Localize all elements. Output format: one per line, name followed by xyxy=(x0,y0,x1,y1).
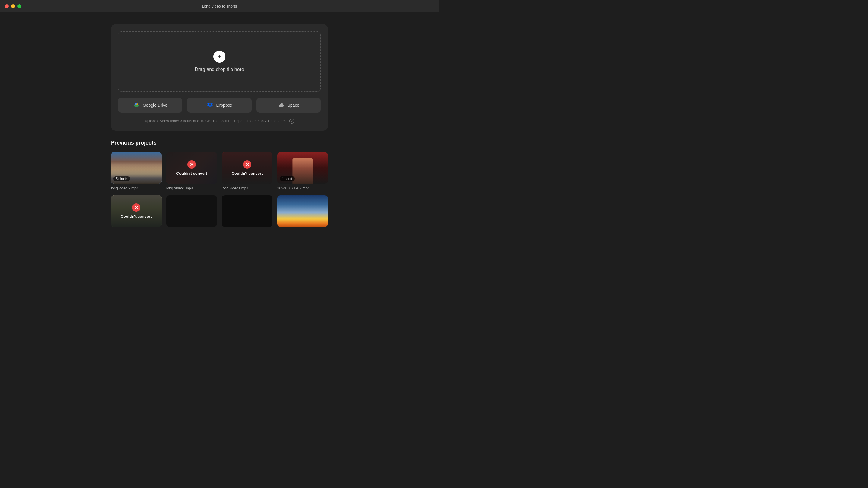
shorts-badge: 5 shorts xyxy=(113,176,130,181)
add-icon: + xyxy=(213,51,225,63)
shorts-badge: 1 short xyxy=(280,176,295,181)
error-text: Couldn't convert xyxy=(176,171,207,175)
projects-grid: 5 shorts long video 2.mp4 ✕ Couldn't con… xyxy=(111,152,328,229)
project-thumbnail xyxy=(166,195,217,227)
list-item[interactable]: ✕ Couldn't convert xyxy=(111,195,161,229)
window-title: Long video to shorts xyxy=(202,4,237,8)
help-icon[interactable]: ? xyxy=(289,119,294,124)
google-drive-icon xyxy=(133,102,140,108)
error-overlay: ✕ Couldn't convert xyxy=(222,152,273,184)
project-thumbnail: 1 short xyxy=(277,152,328,184)
list-item[interactable]: 5 shorts long video 2.mp4 xyxy=(111,152,161,190)
error-icon: ✕ xyxy=(243,160,251,169)
error-icon: ✕ xyxy=(132,203,141,212)
minimize-button[interactable] xyxy=(11,4,15,8)
space-icon xyxy=(278,102,284,108)
list-item[interactable]: 1 short 202405071702.mp4 xyxy=(277,152,328,190)
dropbox-button[interactable]: Dropbox xyxy=(187,98,251,113)
maximize-button[interactable] xyxy=(18,4,22,8)
upload-info: Upload a video under 3 hours and 10 GB. … xyxy=(145,119,294,124)
space-label: Space xyxy=(287,103,299,107)
project-filename: long video 2.mp4 xyxy=(111,186,161,190)
project-thumbnail xyxy=(277,195,328,227)
project-thumbnail: ✕ Couldn't convert xyxy=(166,152,217,184)
drop-text: Drag and drop file here xyxy=(195,67,244,72)
project-filename: long video1.mp4 xyxy=(222,186,273,190)
titlebar: Long video to shorts xyxy=(0,0,439,12)
list-item[interactable] xyxy=(166,195,217,229)
upload-container: + Drag and drop file here Google Drive xyxy=(111,24,328,131)
google-drive-button[interactable]: Google Drive xyxy=(118,98,182,113)
project-thumbnail: ✕ Couldn't convert xyxy=(222,152,273,184)
project-thumbnail: 5 shorts xyxy=(111,152,161,184)
list-item[interactable]: ✕ Couldn't convert long video1.mp4 xyxy=(166,152,217,190)
dropbox-label: Dropbox xyxy=(216,103,232,107)
main-content: + Drag and drop file here Google Drive xyxy=(0,12,439,241)
drop-zone[interactable]: + Drag and drop file here xyxy=(118,31,321,92)
projects-section: Previous projects 5 shorts long video 2.… xyxy=(111,140,328,229)
info-text-content: Upload a video under 3 hours and 10 GB. … xyxy=(145,119,287,123)
error-overlay: ✕ Couldn't convert xyxy=(111,195,161,227)
project-filename: 202405071702.mp4 xyxy=(277,186,328,190)
close-button[interactable] xyxy=(5,4,9,8)
project-thumbnail xyxy=(222,195,273,227)
space-button[interactable]: Space xyxy=(256,98,321,113)
error-overlay: ✕ Couldn't convert xyxy=(166,152,217,184)
source-buttons: Google Drive Dropbox xyxy=(118,98,321,113)
list-item[interactable] xyxy=(277,195,328,229)
traffic-lights xyxy=(5,4,22,8)
error-icon: ✕ xyxy=(187,160,196,169)
list-item[interactable] xyxy=(222,195,273,229)
dropbox-icon xyxy=(207,102,213,108)
project-thumbnail: ✕ Couldn't convert xyxy=(111,195,161,227)
google-drive-label: Google Drive xyxy=(143,103,167,107)
error-text: Couldn't convert xyxy=(121,214,152,219)
projects-title: Previous projects xyxy=(111,140,328,146)
list-item[interactable]: ✕ Couldn't convert long video1.mp4 xyxy=(222,152,273,190)
project-filename: long video1.mp4 xyxy=(166,186,217,190)
error-text: Couldn't convert xyxy=(232,171,263,175)
